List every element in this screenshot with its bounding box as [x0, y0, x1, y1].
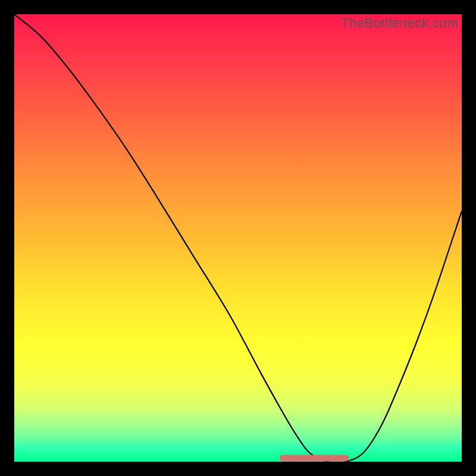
bottleneck-curve	[14, 14, 462, 462]
chart-frame: TheBottleneck.com	[0, 0, 476, 476]
chart-svg	[14, 14, 462, 462]
chart-plot-area: TheBottleneck.com	[14, 14, 462, 462]
watermark-label: TheBottleneck.com	[341, 15, 458, 31]
